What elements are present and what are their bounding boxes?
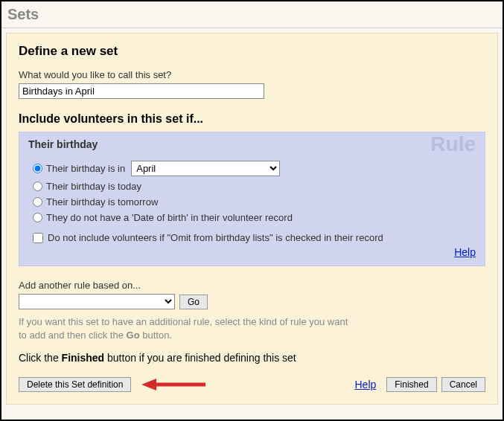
add-rule-select[interactable] xyxy=(19,294,175,309)
add-rule-hint: If you want this set to have an addition… xyxy=(19,315,421,341)
bottom-help-link[interactable]: Help xyxy=(354,379,376,391)
hint-line2-prefix: to add and then click the xyxy=(19,330,127,341)
finish-suffix: button if you are finished defining this… xyxy=(104,352,296,364)
hint-line2-suffix: button. xyxy=(140,330,172,341)
finished-button[interactable]: Finished xyxy=(386,377,436,392)
add-rule-row: Go xyxy=(19,294,485,309)
radio-no-dob-label: They do not have a 'Date of birth' in th… xyxy=(46,212,293,223)
omit-checkbox[interactable] xyxy=(33,233,43,243)
radio-birthday-tomorrow-label: Their birthday is tomorrow xyxy=(46,196,158,208)
radio-row-no-dob: They do not have a 'Date of birth' in th… xyxy=(33,212,476,223)
arrow-left-icon xyxy=(140,377,207,392)
finish-bold: Finished xyxy=(62,352,105,364)
delete-set-button[interactable]: Delete this Set definition xyxy=(19,377,131,392)
radio-row-tomorrow: Their birthday is tomorrow xyxy=(33,196,476,208)
rule-help-link[interactable]: Help xyxy=(454,246,476,258)
svg-marker-1 xyxy=(141,379,156,391)
radio-birthday-today[interactable] xyxy=(33,181,42,191)
radio-birthday-tomorrow[interactable] xyxy=(33,197,42,207)
content-panel: Define a new set What would you like to … xyxy=(6,33,498,405)
omit-checkbox-row: Do not include volunteers if "Omit from … xyxy=(33,232,476,243)
set-name-input[interactable] xyxy=(19,83,264,99)
radio-birthday-today-label: Their birthday is today xyxy=(46,181,141,192)
radio-row-today: Their birthday is today xyxy=(33,181,476,192)
arrow-annotation xyxy=(140,377,207,392)
hint-line2-bold: Go xyxy=(127,330,140,341)
radio-birthday-in[interactable] xyxy=(33,164,42,173)
go-button[interactable]: Go xyxy=(179,295,208,309)
month-select[interactable]: April xyxy=(131,161,280,176)
hint-line1: If you want this set to have an addition… xyxy=(19,316,348,327)
radio-birthday-in-label: Their birthday is in xyxy=(46,163,125,174)
add-rule-label: Add another rule based on... xyxy=(19,280,485,291)
define-heading: Define a new set xyxy=(19,44,485,59)
finish-instruction: Click the Finished button if you are fin… xyxy=(19,352,485,364)
finish-prefix: Click the xyxy=(19,352,62,364)
bottom-button-row: Delete this Set definition Help Finished… xyxy=(19,377,485,392)
radio-row-birthday-in: Their birthday is in April xyxy=(33,161,476,176)
window-frame: Sets Define a new set What would you lik… xyxy=(0,0,504,421)
include-heading: Include volunteers in this set if... xyxy=(19,112,485,126)
cancel-button[interactable]: Cancel xyxy=(441,377,485,392)
rule-watermark: Rule xyxy=(430,132,476,156)
page-title: Sets xyxy=(1,1,503,28)
rule-title: Their birthday xyxy=(28,138,476,150)
omit-checkbox-label: Do not include volunteers if "Omit from … xyxy=(48,232,383,243)
rule-box: Rule Their birthday Their birthday is in… xyxy=(19,132,485,266)
set-name-label: What would you like to call this set? xyxy=(19,69,485,80)
rule-help-row: Help xyxy=(28,246,476,258)
radio-no-dob[interactable] xyxy=(33,213,42,222)
